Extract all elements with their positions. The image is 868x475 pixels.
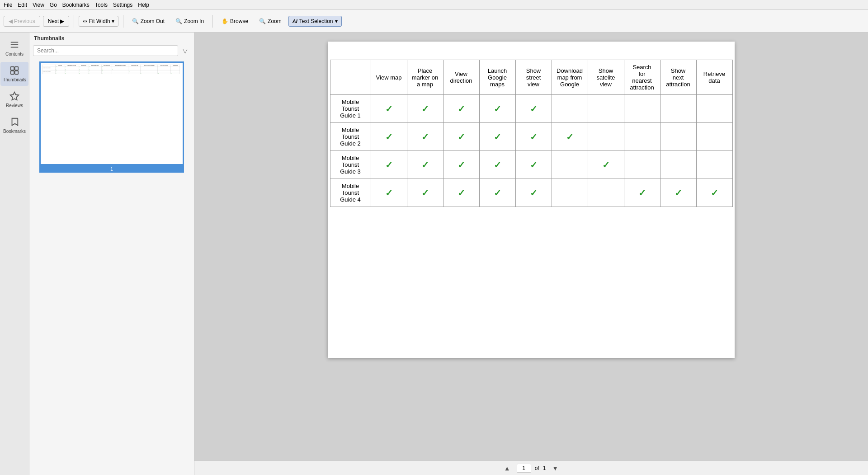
- cell-0-8: [660, 95, 696, 123]
- thumbnails-icon: [9, 66, 19, 75]
- cell-0-7: [624, 95, 660, 123]
- sidebar-tab-thumbnails[interactable]: Thumbnails: [0, 62, 28, 86]
- row-label-1: Mobile Tourist Guide 2: [330, 123, 371, 151]
- svg-rect-3: [11, 67, 14, 70]
- cell-1-0: ✓: [371, 123, 407, 151]
- menu-bar: File Edit View Go Bookmarks Tools Settin…: [0, 0, 868, 10]
- cell-0-9: [696, 95, 732, 123]
- zoom-button[interactable]: 🔍 Zoom: [255, 16, 286, 27]
- cell-3-2: ✓: [443, 179, 479, 207]
- menu-go[interactable]: Go: [50, 2, 57, 8]
- col-header-search-nearest: Search for nearest attraction: [624, 60, 660, 95]
- table-row: Mobile Tourist Guide 2✓✓✓✓✓✓: [330, 123, 732, 151]
- col-header-place-marker: Place marker on a map: [407, 60, 443, 95]
- sidebar-content: Thumbnails ▽: [29, 33, 194, 475]
- page-prev-button[interactable]: ▲: [501, 464, 513, 473]
- cell-2-0: ✓: [371, 151, 407, 179]
- cell-1-1: ✓: [407, 123, 443, 151]
- cell-2-1: ✓: [407, 151, 443, 179]
- ai-text-icon: AI: [292, 19, 297, 24]
- row-label-0: Mobile Tourist Guide 1: [330, 95, 371, 123]
- reviews-icon: [9, 91, 19, 101]
- sidebar-tab-bookmarks[interactable]: Bookmarks: [0, 113, 28, 137]
- zoom-in-icon: 🔍: [175, 18, 182, 24]
- thumbnail-item-1[interactable]: View map Place marker on a map View dire…: [39, 61, 184, 173]
- page-next-button[interactable]: ▼: [549, 464, 561, 473]
- sidebar-title: Thumbnails: [29, 33, 194, 43]
- menu-tools[interactable]: Tools: [95, 2, 108, 8]
- bottom-bar: ▲ of 1 ▼: [194, 461, 868, 475]
- text-selection-button[interactable]: AI Text Selection ▾: [288, 16, 342, 27]
- browse-button[interactable]: ✋ Browse: [217, 16, 252, 27]
- col-header-show-next: Show next attraction: [660, 60, 696, 95]
- text-sel-dropdown-icon: ▾: [335, 18, 338, 24]
- reviews-label: Reviews: [6, 103, 23, 108]
- cell-2-6: ✓: [588, 151, 624, 179]
- menu-file[interactable]: File: [4, 2, 12, 8]
- cell-1-7: [624, 123, 660, 151]
- separator-1: [74, 15, 74, 28]
- row-label-3: Mobile Tourist Guide 4: [330, 179, 371, 207]
- thumbnail-frame-1: View map Place marker on a map View dire…: [39, 61, 184, 165]
- menu-view[interactable]: View: [33, 2, 44, 8]
- empty-header: [330, 60, 371, 95]
- separator-2: [123, 15, 123, 28]
- cell-3-1: ✓: [407, 179, 443, 207]
- cell-3-4: ✓: [515, 179, 552, 207]
- svg-rect-4: [15, 67, 18, 70]
- prev-button[interactable]: ◀ Previous: [4, 16, 40, 27]
- cell-3-0: ✓: [371, 179, 407, 207]
- zoom-out-button[interactable]: 🔍 Zoom Out: [128, 16, 169, 27]
- thumbnail-area: View map Place marker on a map View dire…: [29, 58, 194, 475]
- pdf-area: View map Place marker on a map View dire…: [194, 33, 868, 475]
- cell-3-9: ✓: [696, 179, 732, 207]
- svg-rect-6: [15, 71, 18, 74]
- next-button[interactable]: Next ▶: [43, 16, 70, 27]
- total-pages: 1: [543, 465, 546, 471]
- col-header-view-map: View map: [371, 60, 407, 95]
- menu-bookmarks[interactable]: Bookmarks: [62, 2, 90, 8]
- menu-settings[interactable]: Settings: [113, 2, 132, 8]
- fit-width-icon: ⇔: [83, 18, 87, 24]
- sidebar-tab-contents[interactable]: Contents: [0, 36, 28, 60]
- cell-1-2: ✓: [443, 123, 479, 151]
- table-row: Mobile Tourist Guide 1✓✓✓✓✓: [330, 95, 732, 123]
- cell-1-6: [588, 123, 624, 151]
- fit-width-button[interactable]: ⇔ Fit Width ▾: [79, 16, 118, 27]
- cell-2-3: ✓: [479, 151, 515, 179]
- cell-2-4: ✓: [515, 151, 552, 179]
- menu-help[interactable]: Help: [138, 2, 149, 8]
- col-header-retrieve-data: Retrieve data: [696, 60, 732, 95]
- page-input[interactable]: [517, 464, 531, 473]
- bookmarks-label: Bookmarks: [3, 129, 26, 134]
- cell-0-4: ✓: [515, 95, 552, 123]
- of-label: of: [535, 465, 539, 471]
- thumbnails-label: Thumbnails: [3, 77, 26, 82]
- filter-button[interactable]: ▽: [180, 45, 190, 56]
- zoom-icon: 🔍: [259, 18, 266, 24]
- table-row: Mobile Tourist Guide 3✓✓✓✓✓✓: [330, 151, 732, 179]
- cell-0-0: ✓: [371, 95, 407, 123]
- sidebar-tab-reviews[interactable]: Reviews: [0, 88, 28, 112]
- search-input[interactable]: [33, 45, 178, 56]
- sidebar: Contents Thumbnails Reviews: [0, 33, 194, 475]
- zoom-in-button[interactable]: 🔍 Zoom In: [171, 16, 208, 27]
- table-row: Mobile Tourist Guide 4✓✓✓✓✓✓✓✓: [330, 179, 732, 207]
- pdf-page: View map Place marker on a map View dire…: [328, 42, 735, 358]
- menu-edit[interactable]: Edit: [18, 2, 27, 8]
- col-header-show-satelite: Show satelite view: [588, 60, 624, 95]
- svg-rect-5: [11, 71, 14, 74]
- cell-0-5: [552, 95, 588, 123]
- cell-3-6: [588, 179, 624, 207]
- fit-width-dropdown-icon: ▾: [112, 18, 114, 24]
- cell-1-8: [660, 123, 696, 151]
- col-header-view-direction: View direction: [443, 60, 479, 95]
- main-table: View map Place marker on a map View dire…: [330, 60, 733, 207]
- cell-3-3: ✓: [479, 179, 515, 207]
- col-header-show-street: Show street view: [515, 60, 552, 95]
- row-label-2: Mobile Tourist Guide 3: [330, 151, 371, 179]
- contents-icon: [9, 40, 19, 50]
- col-header-launch-google: Launch Google maps: [479, 60, 515, 95]
- separator-3: [212, 15, 213, 28]
- bookmarks-icon: [9, 117, 19, 127]
